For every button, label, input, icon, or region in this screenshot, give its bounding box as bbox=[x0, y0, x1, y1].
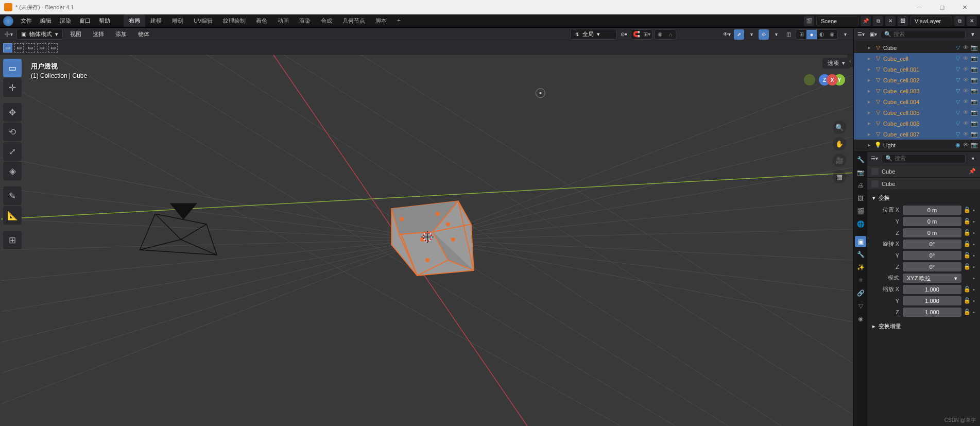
shade-wire-icon[interactable]: ⊞ bbox=[796, 30, 806, 39]
snap-type-icon[interactable]: ⊞▾ bbox=[642, 30, 652, 39]
lock-icon[interactable]: 🔓 bbox=[963, 241, 971, 247]
restrict-icon[interactable]: ◉ bbox=[954, 142, 961, 149]
lock-icon[interactable]: 🔓 bbox=[963, 229, 971, 236]
transform-header[interactable]: ▾变换 bbox=[872, 192, 978, 204]
render-icon[interactable]: 📷 bbox=[971, 109, 978, 116]
render-icon[interactable]: 📷 bbox=[971, 142, 978, 148]
outliner-display-icon[interactable]: ▣▾ bbox=[868, 29, 879, 40]
restrict-icon[interactable]: ▽ bbox=[954, 55, 961, 62]
eye-icon[interactable]: 👁 bbox=[963, 88, 969, 94]
outliner-row[interactable]: ▸ 💡 Light ◉ 👁📷 bbox=[854, 140, 980, 150]
n-panel-toggle[interactable]: ‹ bbox=[847, 55, 853, 67]
navigation-gizmo[interactable]: Z Y X bbox=[804, 74, 845, 115]
vp-menu-select[interactable]: 选择 bbox=[89, 29, 108, 40]
xray-icon[interactable]: ◫ bbox=[783, 29, 794, 40]
shading-menu-icon[interactable]: ▾ bbox=[840, 29, 850, 40]
ptab-material[interactable]: ◉ bbox=[855, 313, 866, 325]
eye-icon[interactable]: 👁 bbox=[963, 142, 969, 148]
ptab-viewlayer[interactable]: 🖼 bbox=[855, 193, 866, 204]
outliner-row[interactable]: ▸ ▽ Cube_cell.007 ▽ 👁📷 bbox=[854, 129, 980, 140]
ptab-output[interactable]: 🖨 bbox=[855, 180, 866, 191]
minimize-button[interactable]: ― bbox=[908, 0, 931, 14]
delta-header[interactable]: ▸变换增量 bbox=[872, 320, 978, 332]
shade-solid-icon[interactable]: ● bbox=[806, 30, 817, 39]
eye-icon[interactable]: 👁 bbox=[963, 98, 969, 105]
vp-menu-object[interactable]: 物体 bbox=[134, 29, 153, 40]
scale-x[interactable]: 1.000 bbox=[903, 285, 961, 294]
lock-icon[interactable]: 🔓 bbox=[963, 263, 971, 270]
outliner-row[interactable]: ▸ ▽ Cube_cell.002 ▽ 👁📷 bbox=[854, 75, 980, 86]
overlay-toggle-icon[interactable]: ⊕ bbox=[759, 29, 769, 40]
overlay-menu-icon[interactable]: ▾ bbox=[771, 29, 781, 40]
select-mode-3[interactable]: ▭ bbox=[37, 43, 46, 53]
restrict-icon[interactable]: ▽ bbox=[954, 131, 961, 138]
tool-cursor[interactable]: ✛ bbox=[3, 78, 22, 97]
tool-annotate[interactable]: ✎ bbox=[3, 186, 22, 205]
ptab-modifier[interactable]: 🔧 bbox=[855, 249, 866, 260]
pin-icon[interactable]: 📌 bbox=[969, 168, 976, 175]
select-mode-0[interactable]: ▭ bbox=[3, 43, 12, 53]
lock-icon[interactable]: 🔓 bbox=[963, 252, 971, 259]
tool-measure[interactable]: 📐 bbox=[3, 206, 22, 225]
restrict-icon[interactable]: ▽ bbox=[954, 77, 961, 84]
outliner-list[interactable]: ▸ ▽ Cube ▽ 👁📷▸ ▽ Cube_cell ▽ 👁📷▸ ▽ Cube_… bbox=[854, 41, 980, 151]
tool-rotate[interactable]: ⟲ bbox=[3, 123, 22, 141]
tab-layout[interactable]: 布局 bbox=[124, 14, 145, 27]
viewlayer-selector[interactable]: ViewLayer bbox=[910, 16, 952, 26]
select-mode-4[interactable]: ▭ bbox=[48, 43, 58, 53]
scene-selector[interactable]: Scene bbox=[816, 16, 858, 26]
proportional-falloff-icon[interactable]: ∩ bbox=[665, 30, 676, 39]
eye-icon[interactable]: 👁 bbox=[963, 109, 969, 116]
props-menu-icon[interactable]: ▾ bbox=[968, 154, 978, 164]
tab-comp[interactable]: 合成 bbox=[316, 14, 337, 27]
outliner-row[interactable]: ▸ ▽ Cube ▽ 👁📷 bbox=[854, 42, 980, 53]
outliner-row[interactable]: ▸ ▽ Cube_cell.001 ▽ 👁📷 bbox=[854, 64, 980, 75]
tool-scale[interactable]: ⤢ bbox=[3, 142, 22, 161]
outliner-search[interactable]: 🔍 搜索 bbox=[881, 30, 966, 39]
tab-geonodes[interactable]: 几何节点 bbox=[337, 14, 370, 27]
nav-ortho-icon[interactable]: ▦ bbox=[833, 170, 846, 183]
nav-pan-icon[interactable]: ✋ bbox=[833, 137, 846, 150]
restrict-icon[interactable]: ▽ bbox=[954, 98, 961, 106]
ptab-scene[interactable]: 🎬 bbox=[855, 206, 866, 217]
render-icon[interactable]: 📷 bbox=[971, 66, 978, 73]
viewlayer-new-icon[interactable]: ⧉ bbox=[954, 16, 965, 26]
tab-sculpt[interactable]: 雕刻 bbox=[167, 14, 188, 27]
eye-icon[interactable]: 👁 bbox=[963, 44, 969, 51]
loc-x[interactable]: 0 m bbox=[903, 206, 961, 215]
axis-neg-y[interactable] bbox=[804, 74, 815, 86]
ptab-physics[interactable]: ⚛ bbox=[855, 275, 866, 286]
viewlayer-del-icon[interactable]: ✕ bbox=[967, 16, 977, 26]
outliner-editor-icon[interactable]: ☰▾ bbox=[856, 29, 866, 40]
eye-icon[interactable]: 👁 bbox=[963, 120, 969, 127]
render-icon[interactable]: 📷 bbox=[971, 98, 978, 105]
menu-render[interactable]: 渲染 bbox=[56, 15, 75, 27]
viewport-options[interactable]: 选项 ▾ bbox=[822, 58, 850, 69]
maximize-button[interactable]: ▢ bbox=[931, 0, 953, 14]
lock-icon[interactable]: 🔓 bbox=[963, 286, 971, 293]
restrict-icon[interactable]: ▽ bbox=[954, 44, 961, 52]
gizmo-menu-icon[interactable]: ▾ bbox=[746, 29, 757, 40]
menu-file[interactable]: 文件 bbox=[16, 15, 36, 27]
scene-del-icon[interactable]: ✕ bbox=[885, 16, 896, 26]
tab-render[interactable]: 渲染 bbox=[294, 14, 316, 27]
vp-menu-add[interactable]: 添加 bbox=[111, 29, 131, 40]
close-button[interactable]: ✕ bbox=[953, 0, 976, 14]
rot-x[interactable]: 0° bbox=[903, 240, 961, 249]
rotmode[interactable]: XYZ 欧拉▾ bbox=[903, 274, 961, 283]
tab-uv[interactable]: UV编辑 bbox=[188, 14, 218, 27]
scene-new-icon[interactable]: ⧉ bbox=[873, 16, 883, 26]
eye-icon[interactable]: 👁 bbox=[963, 131, 969, 138]
render-icon[interactable]: 📷 bbox=[971, 88, 978, 94]
ptab-particles[interactable]: ✨ bbox=[855, 262, 866, 273]
mode-dropdown[interactable]: ▣ 物体模式 ▾ bbox=[16, 29, 63, 40]
proportional-icon[interactable]: ◉ bbox=[655, 30, 665, 39]
props-editor-icon[interactable]: ☰▾ bbox=[869, 154, 880, 164]
restrict-icon[interactable]: ▽ bbox=[954, 120, 961, 127]
shade-render-icon[interactable]: ◉ bbox=[827, 30, 837, 39]
eye-icon[interactable]: 👁 bbox=[963, 77, 969, 83]
tool-transform[interactable]: ◈ bbox=[3, 162, 22, 180]
render-icon[interactable]: 📷 bbox=[971, 131, 978, 138]
tool-add-cube[interactable]: ⊞ bbox=[3, 231, 22, 249]
outliner-row[interactable]: ▸ ▽ Cube_cell.004 ▽ 👁📷 bbox=[854, 96, 980, 107]
